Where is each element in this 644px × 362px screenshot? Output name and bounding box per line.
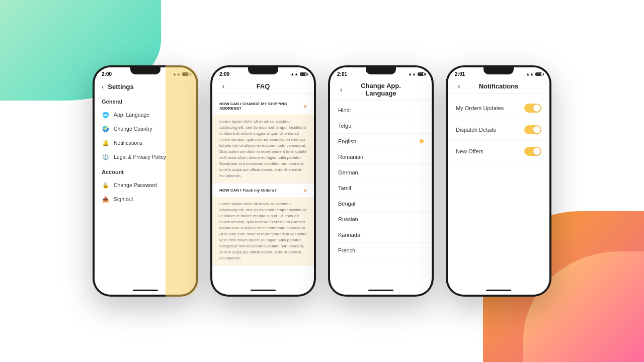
faq-answer-2: Lorem ipsum dolor sit amet, consectetur … <box>212 197 314 265</box>
language-item-telgu[interactable]: Telgu <box>330 118 432 134</box>
home-indicator-3 <box>330 286 432 295</box>
faq-chevron-1: ∧ <box>303 104 307 109</box>
language-nav: ‹ Change App. Language <box>330 79 432 101</box>
home-indicator-2 <box>212 286 314 295</box>
status-bar-4: 2:01 ▲▲ <box>448 67 549 79</box>
language-back-button[interactable]: ‹ <box>337 85 345 94</box>
language-label-tamil: Tamil <box>338 185 351 191</box>
country-icon: 🌍 <box>102 125 110 133</box>
toggle-orders[interactable] <box>524 104 541 113</box>
notifications-label: Notifications <box>114 140 142 146</box>
password-icon: 🔒 <box>102 181 110 189</box>
settings-item-language[interactable]: 🌐 App. Language <box>102 108 189 122</box>
language-item-german[interactable]: German <box>330 165 432 180</box>
home-bar-1 <box>133 290 158 291</box>
legal-label: Legal & Privacy Policy <box>114 154 166 160</box>
settings-item-country[interactable]: 🌍 Change Country <box>102 122 189 136</box>
language-label: App. Language <box>114 112 149 118</box>
language-title: Change App. Language <box>345 82 417 97</box>
settings-item-signout[interactable]: 📤 Sign out <box>102 192 189 206</box>
faq-item-1: HOW CAN I CHANGE MY SHIPPING ADDRESS? ∧ … <box>212 98 314 184</box>
screen-settings: ‹ Settings General 🌐 App. Language 🌍 Cha… <box>95 79 196 286</box>
phone-notifications: 2:01 ▲▲ ‹ Notifications My Orders Update… <box>446 65 551 297</box>
language-label-telgu: Telgu <box>338 123 351 129</box>
notch-3 <box>366 67 396 74</box>
country-label: Change Country <box>114 126 152 132</box>
screen-faq: ‹ FAQ HOW CAN I CHANGE MY SHIPPING ADDRE… <box>212 79 314 286</box>
home-indicator-4 <box>448 286 549 295</box>
status-bar-3: 2:01 ▲▲ <box>330 67 432 79</box>
language-item-russian[interactable]: Russian <box>330 212 432 227</box>
home-bar-4 <box>486 290 511 291</box>
phone-settings: 2:00 ▲▲ ‹ Settings General 🌐 App. La <box>93 65 198 297</box>
faq-question-1[interactable]: HOW CAN I CHANGE MY SHIPPING ADDRESS? ∧ <box>212 98 314 115</box>
language-label-german: German <box>338 169 358 175</box>
settings-item-password[interactable]: 🔒 Change Password <box>102 178 189 192</box>
time-2: 2:00 <box>219 71 229 77</box>
language-label-french: French <box>338 247 355 253</box>
notifications-list: My Orders Updates Dispatch Details New O… <box>448 94 549 286</box>
notch-4 <box>484 67 514 74</box>
language-item-bengali[interactable]: Bengali <box>330 196 432 212</box>
faq-title: FAQ <box>227 82 299 90</box>
language-label-bengali: Bengali <box>338 201 357 207</box>
phones-container: 2:00 ▲▲ ‹ Settings General 🌐 App. La <box>93 65 551 297</box>
language-item-english[interactable]: English <box>330 134 432 149</box>
notifications-back-button[interactable]: ‹ <box>455 82 463 90</box>
notch-2 <box>248 67 278 74</box>
language-item-tamil[interactable]: Tamil <box>330 180 432 196</box>
language-item-hindi[interactable]: Hindi <box>330 103 432 118</box>
language-list: Hindi Telgu English Romanian German <box>330 101 432 286</box>
general-section-title: General <box>102 99 189 105</box>
settings-back-icon[interactable]: ‹ <box>102 83 104 90</box>
notification-item-offers: New Offers <box>448 141 549 162</box>
faq-answer-1: Lorem ipsum dolor sit amet, consectetur … <box>212 115 314 183</box>
status-icons-3: ▲▲ <box>408 72 425 76</box>
battery-icon-2 <box>300 72 307 76</box>
notification-item-dispatch: Dispatch Details <box>448 119 549 141</box>
language-selected-dot <box>420 139 424 143</box>
faq-item-2: HOW CAN I Track my Orders? ∧ Lorem ipsum… <box>212 184 314 266</box>
time-1: 2:00 <box>102 71 112 77</box>
faq-back-button[interactable]: ‹ <box>219 82 227 90</box>
password-label: Change Password <box>114 182 157 188</box>
language-label-english: English <box>338 138 356 144</box>
notification-label-offers: New Offers <box>456 148 484 154</box>
toggle-dispatch[interactable] <box>524 125 541 134</box>
notification-label-dispatch: Dispatch Details <box>456 127 496 133</box>
legal-icon: ⚖️ <box>102 153 110 161</box>
time-3: 2:01 <box>337 71 347 77</box>
language-item-romanian[interactable]: Romanian <box>330 149 432 165</box>
settings-list: General 🌐 App. Language 🌍 Change Country… <box>95 93 196 286</box>
faq-question-2-text: HOW CAN I Track my Orders? <box>219 188 277 193</box>
language-icon: 🌐 <box>102 111 110 119</box>
account-section-title: Account <box>102 169 189 175</box>
battery-icon-4 <box>535 72 542 76</box>
settings-item-notifications[interactable]: 🔔 Notifications <box>102 136 189 150</box>
language-label-russian: Russian <box>338 216 358 222</box>
notifications-nav: ‹ Notifications <box>448 79 549 94</box>
battery-icon-3 <box>418 72 425 76</box>
status-icons-2: ▲▲ <box>290 72 307 76</box>
faq-question-2[interactable]: HOW CAN I Track my Orders? ∧ <box>212 184 314 197</box>
signout-icon: 📤 <box>102 195 110 203</box>
language-label-romanian: Romanian <box>338 154 363 160</box>
home-bar-2 <box>251 290 276 291</box>
settings-item-legal[interactable]: ⚖️ Legal & Privacy Policy <box>102 150 189 164</box>
faq-nav: ‹ FAQ <box>212 79 314 94</box>
language-item-kannada[interactable]: Kannada <box>330 227 432 243</box>
language-label-kannada: Kannada <box>338 232 360 238</box>
phone-language: 2:01 ▲▲ ‹ Change App. Language Hindi Tel… <box>328 65 434 297</box>
notifications-title: Notifications <box>463 82 534 90</box>
phone-faq: 2:00 ▲▲ ‹ FAQ HOW CAN I CHANGE MY SHIPPI… <box>210 65 316 297</box>
notch-1 <box>130 67 160 74</box>
toggle-offers[interactable] <box>524 147 541 156</box>
faq-content: HOW CAN I CHANGE MY SHIPPING ADDRESS? ∧ … <box>212 94 314 286</box>
wifi-icon-3: ▲▲ <box>408 72 416 76</box>
faq-question-1-text: HOW CAN I CHANGE MY SHIPPING ADDRESS? <box>219 102 290 111</box>
wifi-icon-4: ▲▲ <box>526 72 534 76</box>
status-bar-2: 2:00 ▲▲ <box>212 67 314 79</box>
settings-title: Settings <box>108 83 133 90</box>
home-bar-3 <box>368 290 393 291</box>
language-item-french[interactable]: French <box>330 243 432 258</box>
